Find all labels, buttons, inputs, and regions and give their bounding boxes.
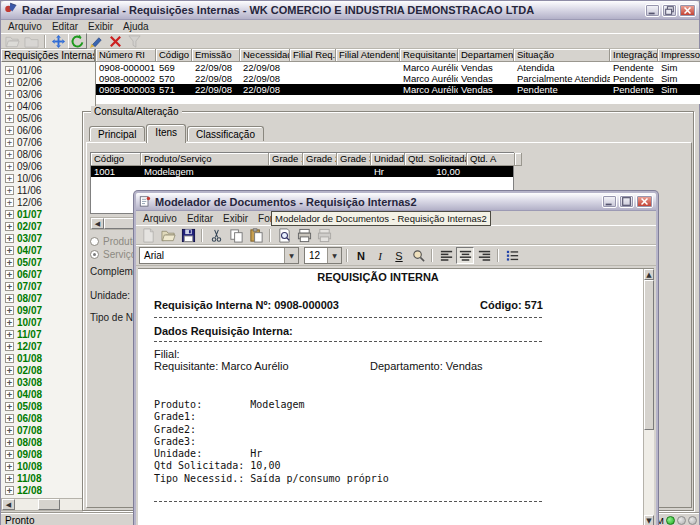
expand-plus-icon[interactable]: + — [5, 318, 14, 327]
expand-plus-icon[interactable]: + — [5, 126, 14, 135]
scroll-left-icon[interactable]: ◀ — [2, 499, 15, 510]
menu-arquivo[interactable]: Arquivo — [3, 21, 47, 32]
font-family-select[interactable]: Arial ▼ — [139, 247, 299, 264]
font-size-select[interactable]: 12 ▼ — [304, 247, 342, 264]
scroll-left-icon[interactable]: ◀ — [91, 218, 104, 229]
tree-item-05-08[interactable]: +05/08 — [1, 400, 95, 412]
expand-plus-icon[interactable]: + — [5, 474, 14, 483]
tree-item-12-07[interactable]: +12/07 — [1, 340, 95, 352]
tab-principal[interactable]: Principal — [89, 126, 145, 141]
column-header-grade3[interactable]: Grade 3 — [337, 153, 371, 166]
expand-plus-icon[interactable]: + — [5, 150, 14, 159]
expand-plus-icon[interactable]: + — [5, 174, 14, 183]
column-header-qtda[interactable]: Qtd. A — [467, 153, 515, 166]
align-left-button[interactable] — [437, 247, 455, 264]
column-header-unidade[interactable]: Unidade — [371, 153, 405, 166]
tree-item-09-06[interactable]: +09/06 — [1, 160, 95, 172]
bullet-list-button[interactable] — [503, 247, 521, 264]
scrollbar-thumb[interactable] — [38, 499, 60, 510]
scrollbar-thumb[interactable] — [644, 280, 654, 430]
expand-plus-icon[interactable]: + — [5, 366, 14, 375]
table-row[interactable]: 1001ModelagemHr10,00 — [91, 166, 513, 177]
expand-plus-icon[interactable]: + — [5, 162, 14, 171]
chevron-down-icon[interactable]: ▼ — [327, 248, 341, 263]
paintbrush-button[interactable] — [87, 33, 106, 49]
cut-button[interactable] — [206, 226, 226, 244]
tree-item-02-06[interactable]: +02/06 — [1, 76, 95, 88]
tree-item-04-08[interactable]: +04/08 — [1, 388, 95, 400]
expand-plus-icon[interactable]: + — [5, 102, 14, 111]
column-header-requisitante[interactable]: Requisitante — [400, 49, 458, 62]
tree-item-09-07[interactable]: +09/07 — [1, 304, 95, 316]
expand-plus-icon[interactable]: + — [5, 138, 14, 147]
expand-plus-icon[interactable]: + — [5, 282, 14, 291]
tree-item-02-08[interactable]: +02/08 — [1, 364, 95, 376]
doc-minimize-button[interactable] — [602, 195, 617, 208]
navigate-button[interactable] — [49, 33, 68, 49]
tree-item-09-08[interactable]: +09/08 — [1, 448, 95, 460]
expand-plus-icon[interactable]: + — [5, 486, 14, 495]
column-header-emisso[interactable]: Emissão — [192, 49, 240, 62]
tab-itens[interactable]: Itens — [146, 124, 186, 143]
tab-classificao[interactable]: Classificação — [187, 126, 264, 141]
tree-item-06-08[interactable]: +06/08 — [1, 412, 95, 424]
tree-item-08-07[interactable]: +08/07 — [1, 292, 95, 304]
expand-plus-icon[interactable]: + — [5, 234, 14, 243]
bold-button[interactable]: N — [352, 247, 370, 264]
tree-item-01-07[interactable]: +01/07 — [1, 208, 95, 220]
expand-plus-icon[interactable]: + — [5, 450, 14, 459]
chevron-down-icon[interactable]: ▼ — [284, 248, 298, 263]
column-header-grade1[interactable]: Grade 1 — [269, 153, 303, 166]
doc-maximize-button[interactable] — [619, 195, 634, 208]
expand-plus-icon[interactable]: + — [5, 246, 14, 255]
expand-plus-icon[interactable]: + — [5, 390, 14, 399]
expand-plus-icon[interactable]: + — [5, 402, 14, 411]
underline-button[interactable]: S — [390, 247, 408, 264]
refresh-button[interactable] — [68, 33, 87, 49]
expand-plus-icon[interactable]: + — [5, 222, 14, 231]
menu-editar[interactable]: Editar — [47, 21, 83, 32]
tree-item-06-07[interactable]: +06/07 — [1, 268, 95, 280]
scrollbar-track[interactable] — [60, 499, 83, 510]
doc-menu-editar[interactable]: Editar — [182, 213, 218, 224]
tree-item-11-06[interactable]: +11/06 — [1, 184, 95, 196]
tree-item-12-08[interactable]: +12/08 — [1, 484, 95, 496]
expand-plus-icon[interactable]: + — [5, 462, 14, 471]
tree-item-06-06[interactable]: +06/06 — [1, 124, 95, 136]
column-header-cdigo[interactable]: Código — [91, 153, 141, 166]
save-button[interactable] — [178, 226, 198, 244]
doc-close-button[interactable] — [636, 195, 653, 208]
open-folder-button[interactable] — [158, 226, 178, 244]
tree-item-03-07[interactable]: +03/07 — [1, 232, 95, 244]
tree-item-03-06[interactable]: +03/06 — [1, 88, 95, 100]
column-header-situao[interactable]: Situação — [514, 49, 610, 62]
doc-vertical-scrollbar[interactable]: ▲ ▼ — [643, 269, 654, 525]
expand-plus-icon[interactable]: + — [5, 258, 14, 267]
italic-button[interactable]: I — [371, 247, 389, 264]
expand-plus-icon[interactable]: + — [5, 294, 14, 303]
expand-plus-icon[interactable]: + — [5, 270, 14, 279]
doc-menu-exibir[interactable]: Exibir — [218, 213, 253, 224]
tree-item-05-07[interactable]: +05/07 — [1, 256, 95, 268]
tree-item-01-08[interactable]: +01/08 — [1, 352, 95, 364]
tree-item-03-08[interactable]: +03/08 — [1, 376, 95, 388]
close-button[interactable] — [679, 4, 696, 17]
tree-item-11-08[interactable]: +11/08 — [1, 472, 95, 484]
document-editor[interactable]: REQUISIÇÃO INTERNA Requisição Interna Nº… — [138, 268, 654, 525]
column-header-departamento[interactable]: Departamento — [458, 49, 514, 62]
tree-item-05-06[interactable]: +05/06 — [1, 112, 95, 124]
tree-item-07-07[interactable]: +07/07 — [1, 280, 95, 292]
expand-plus-icon[interactable]: + — [5, 354, 14, 363]
doc-menu-arquivo[interactable]: Arquivo — [138, 213, 182, 224]
paste-button[interactable] — [246, 226, 266, 244]
expand-plus-icon[interactable]: + — [5, 114, 14, 123]
table-row[interactable]: 0908-00000257022/09/0822/09/08Marco Auré… — [96, 73, 700, 84]
expand-plus-icon[interactable]: + — [5, 306, 14, 315]
expand-plus-icon[interactable]: + — [5, 342, 14, 351]
expand-plus-icon[interactable]: + — [5, 78, 14, 87]
column-header-qtdsolicitada[interactable]: Qtd. Solicitada — [405, 153, 467, 166]
tree-item-07-08[interactable]: +07/08 — [1, 424, 95, 436]
expand-plus-icon[interactable]: + — [5, 90, 14, 99]
expand-plus-icon[interactable]: + — [5, 438, 14, 447]
menu-ajuda[interactable]: Ajuda — [118, 21, 154, 32]
